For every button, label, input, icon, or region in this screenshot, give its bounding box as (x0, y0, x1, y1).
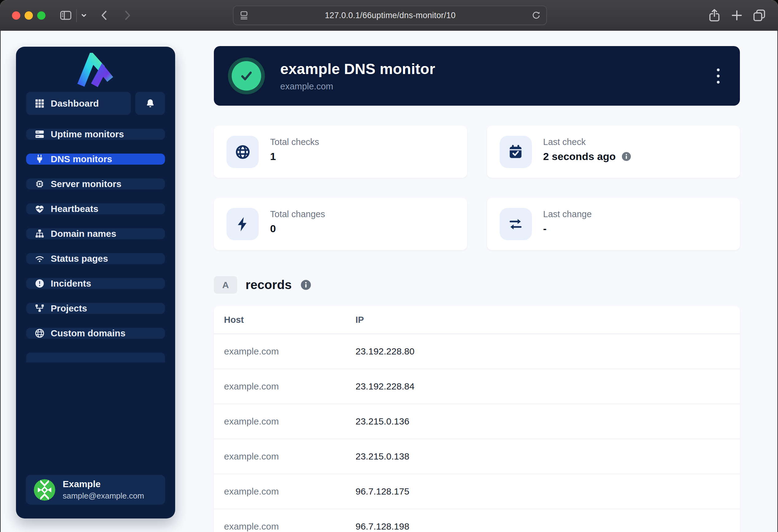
ip-cell: 23.192.228.80 (356, 346, 740, 357)
window-zoom-button[interactable] (37, 11, 46, 20)
host-cell: example.com (224, 451, 356, 462)
sidebar-item-label: Projects (51, 303, 87, 314)
table-header-row: Host IP (214, 306, 740, 334)
table-row: example.com 96.7.128.198 (214, 509, 740, 532)
stats-grid: Total checks 1 Last check (214, 125, 740, 250)
app-logo (77, 53, 114, 88)
stat-label: Last check (543, 137, 586, 147)
user-text: Example sample@example.com (63, 479, 144, 501)
sidebar-item-label: Domain names (51, 229, 116, 239)
stat-label: Total changes (270, 209, 325, 219)
page-title: example DNS monitor (280, 61, 435, 77)
info-icon[interactable] (621, 151, 632, 162)
stat-label: Total checks (270, 137, 319, 147)
browser-window: 127.0.0.1/66uptime/dns-monitor/10 (0, 0, 778, 532)
reload-icon[interactable] (531, 10, 541, 21)
sidebar-item-label: Heartbeats (51, 204, 98, 214)
table-row: example.com 96.7.128.175 (214, 474, 740, 509)
stat-value: 0 (270, 223, 276, 235)
table-row: example.com 23.215.0.138 (214, 439, 740, 474)
record-type-badge: A (214, 276, 237, 294)
sidebar-item-incidents[interactable]: Incidents (26, 278, 165, 289)
sidebar-item-domain-names[interactable]: Domain names (26, 228, 165, 239)
host-cell: example.com (224, 346, 356, 357)
chip-icon (34, 178, 45, 189)
sitemap-icon (34, 228, 45, 239)
table-row: example.com 23.192.228.80 (214, 334, 740, 369)
user-menu[interactable]: Example sample@example.com (26, 475, 165, 505)
sidebar-item-label: Incidents (51, 278, 91, 289)
toolbar-separator (76, 9, 77, 22)
calendar-check-icon (499, 136, 532, 168)
sidebar-item-uptime-monitors[interactable]: Uptime monitors (26, 129, 165, 140)
bell-icon (145, 98, 155, 109)
window-close-button[interactable] (12, 11, 20, 20)
table-row: example.com 23.192.228.84 (214, 369, 740, 404)
status-up-badge (228, 58, 265, 94)
sidebar-item-label: Dashboard (51, 98, 99, 109)
address-bar[interactable]: 127.0.0.1/66uptime/dns-monitor/10 (233, 6, 547, 25)
sidebar-item-projects[interactable]: Projects (26, 303, 165, 314)
stat-label: Last change (543, 209, 592, 219)
sidebar-item-custom-domains[interactable]: Custom domains (26, 328, 165, 339)
url-text[interactable]: 127.0.0.1/66uptime/dns-monitor/10 (249, 11, 531, 20)
notifications-button[interactable] (135, 92, 165, 115)
sidebar: Dashboard (16, 47, 175, 519)
sidebar-toggle-icon[interactable] (59, 9, 73, 22)
column-header-ip: IP (356, 315, 740, 325)
info-icon[interactable] (300, 279, 312, 291)
forward-icon (121, 9, 134, 22)
stat-card-total-checks: Total checks 1 (214, 125, 467, 178)
host-cell: example.com (224, 486, 356, 497)
monitor-domain: example.com (280, 81, 435, 92)
host-cell: example.com (224, 521, 356, 532)
plug-icon (34, 154, 45, 165)
avatar (34, 479, 55, 501)
alert-circle-icon (34, 278, 45, 289)
sidebar-item-label: Custom domains (51, 328, 125, 339)
column-header-host: Host (224, 315, 356, 325)
new-tab-icon[interactable] (729, 8, 744, 23)
page-background: Dashboard (0, 31, 778, 532)
globe-icon (226, 136, 259, 168)
sidebar-item-server-monitors[interactable]: Server monitors (26, 178, 165, 189)
bolt-icon (226, 208, 259, 240)
share-icon[interactable] (707, 8, 722, 23)
monitor-header-card: example DNS monitor example.com (214, 46, 740, 106)
monitor-title-block: example DNS monitor example.com (280, 61, 435, 92)
browser-toolbar: 127.0.0.1/66uptime/dns-monitor/10 (0, 0, 778, 31)
user-name: Example (63, 479, 144, 489)
reader-icon[interactable] (238, 10, 249, 21)
ip-cell: 23.192.228.84 (356, 381, 740, 391)
main-content: example DNS monitor example.com Total ch… (214, 31, 740, 532)
sidebar-item-partial[interactable] (26, 353, 165, 362)
globe-icon (34, 328, 45, 339)
chevron-down-icon[interactable] (79, 11, 88, 20)
sidebar-item-dns-monitors[interactable]: DNS monitors (26, 154, 165, 165)
stat-card-total-changes: Total changes 0 (214, 198, 467, 250)
sidebar-item-status-pages[interactable]: Status pages (26, 253, 165, 264)
host-cell: example.com (224, 381, 356, 391)
ip-cell: 23.215.0.138 (356, 451, 740, 462)
sidebar-item-label: Status pages (51, 253, 108, 264)
tab-overview-icon[interactable] (752, 8, 767, 23)
sidebar-item-label: Server monitors (51, 179, 122, 189)
swap-arrows-icon (499, 208, 532, 240)
back-icon[interactable] (98, 9, 111, 22)
stat-card-last-change: Last change - (487, 198, 740, 250)
sidebar-item-label: Uptime monitors (51, 129, 124, 140)
sidebar-item-heartbeats[interactable]: Heartbeats (26, 203, 165, 214)
ip-cell: 23.215.0.136 (356, 416, 740, 427)
ip-cell: 96.7.128.198 (356, 521, 740, 532)
diagram-project-icon (34, 303, 45, 314)
records-section-header: A records (214, 276, 312, 294)
records-title: records (245, 278, 292, 292)
stat-value: 2 seconds ago (543, 151, 616, 163)
check-icon (237, 66, 256, 85)
window-minimize-button[interactable] (24, 11, 33, 20)
stat-card-last-check: Last check 2 seconds ago (487, 125, 740, 178)
sidebar-item-dashboard[interactable]: Dashboard (26, 92, 131, 115)
grid-icon (34, 98, 45, 109)
sidebar-item-label: DNS monitors (51, 154, 112, 164)
monitor-actions-menu[interactable] (714, 66, 723, 87)
